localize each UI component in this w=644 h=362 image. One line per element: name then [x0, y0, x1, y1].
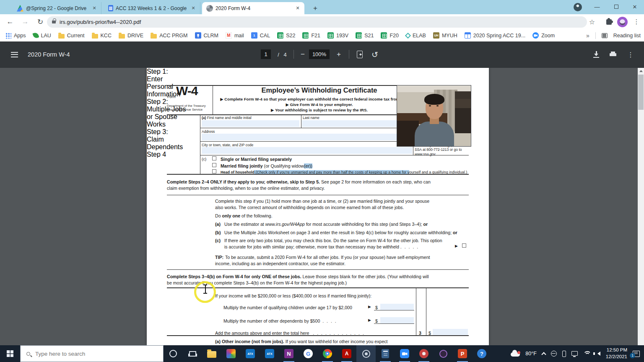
window-maximize-button[interactable]	[607, 0, 626, 13]
print-button[interactable]	[607, 49, 619, 60]
display-icon[interactable]	[571, 351, 578, 356]
bookmark-f21[interactable]: F21	[302, 32, 320, 39]
taskbar-app-file-explorer[interactable]	[202, 345, 221, 362]
bookmarks-overflow-button[interactable]: »	[586, 32, 589, 39]
taskbar-app-powerpoint[interactable]: P	[453, 345, 472, 362]
classroom-icon	[195, 32, 201, 39]
first-name-field[interactable]	[202, 120, 299, 127]
last-name-field[interactable]	[302, 120, 412, 127]
taskbar-app-capture-app[interactable]	[221, 345, 241, 362]
download-icon	[593, 51, 599, 58]
pdf-more-button[interactable]: ⋮	[625, 49, 636, 60]
taskbar-app-atx-1[interactable]: ATX	[241, 345, 260, 362]
window-close-button[interactable]: ✕	[626, 0, 644, 13]
back-button[interactable]: ←	[4, 16, 16, 28]
bookmark-acc-prgm[interactable]: ACC PRGM	[151, 33, 187, 39]
bookmark-myuh[interactable]: UHMYUH	[433, 32, 457, 39]
your-phone-icon[interactable]	[562, 351, 566, 357]
checkbox-married-jointly[interactable]	[212, 163, 216, 167]
taskbar-app-calculator[interactable]	[376, 345, 395, 362]
pdf-menu-button[interactable]	[8, 49, 20, 60]
bookmark-star-button[interactable]: ☆	[586, 16, 598, 28]
bookmark-193v[interactable]: 193V	[327, 32, 348, 39]
bookmark-lau[interactable]: LAU	[33, 33, 51, 39]
tab-title: ACC 132 Weeks 1 & 2 - Google D	[116, 5, 187, 11]
taskbar-app-acrobat[interactable]: A	[337, 345, 356, 362]
zoom-in-button[interactable]: +	[333, 49, 345, 60]
bookmark-elab[interactable]: ELAB	[406, 33, 426, 39]
checkbox-head-household[interactable]	[212, 169, 216, 173]
qualifying-children-amount-field[interactable]	[380, 304, 414, 310]
taskbar-search[interactable]	[20, 345, 164, 362]
taskbar-app-recorder-red[interactable]	[414, 345, 434, 362]
action-center-icon[interactable]: 1	[633, 351, 640, 357]
scrollbar-thumb[interactable]	[638, 75, 644, 110]
bookmark-s22[interactable]: S22	[277, 32, 295, 39]
bookmark-s21[interactable]: S21	[356, 32, 374, 39]
step2a-text: Use the estimator at www.irs.gov/W4App f…	[224, 222, 428, 227]
window-minimize-button[interactable]: —	[588, 0, 606, 13]
bookmark-2020-spring-acc-19-[interactable]: 2020 Spring ACC 19...	[465, 32, 525, 39]
checkbox-single[interactable]	[212, 156, 216, 160]
taskbar-app-cortana[interactable]	[164, 345, 183, 362]
new-tab-button[interactable]: +	[310, 3, 320, 13]
rotate-button[interactable]: ↺	[369, 49, 381, 60]
tip-tag: TIP:	[215, 255, 223, 260]
reload-button[interactable]: ↻	[34, 16, 46, 28]
bookmark-clrm[interactable]: CLRM	[195, 32, 218, 39]
checkbox-two-jobs[interactable]	[462, 243, 466, 248]
pinned-extension-icon[interactable]	[574, 3, 582, 11]
bookmark-mail[interactable]: Mmail	[226, 32, 244, 39]
other-dependents-amount-field[interactable]	[380, 317, 414, 323]
clock[interactable]: 12:50 PM12/2/2021	[606, 347, 627, 360]
reading-list-button[interactable]: Reading list	[613, 33, 641, 39]
bookmark-kcc[interactable]: KCC	[92, 33, 112, 39]
network-globe-icon[interactable]	[551, 351, 557, 357]
bookmark-zoom[interactable]: Zoom	[532, 32, 555, 39]
tab-form-w4-active[interactable]: 2020 Form W-4 ✕	[202, 2, 304, 14]
bookmark-apps[interactable]: Apps	[5, 32, 26, 39]
start-button[interactable]	[0, 345, 20, 362]
volume-icon[interactable]	[595, 352, 600, 356]
address-bar[interactable]: irs.gov/pub/irs-prior/fw4--2020.pdf	[47, 16, 587, 28]
taskbar-app-help[interactable]: ?	[472, 345, 491, 362]
form-number: W-4	[176, 84, 197, 98]
rule	[426, 287, 426, 335]
bookmark-f20[interactable]: F20	[381, 32, 399, 39]
city-field[interactable]	[202, 147, 412, 154]
taskbar-app-app-purple-ring[interactable]	[434, 345, 453, 362]
zoom-out-button[interactable]: −	[297, 49, 309, 60]
bookmark-cal[interactable]: 1CAL	[251, 32, 270, 39]
tab-close-icon[interactable]: ✕	[91, 5, 98, 12]
hidden-icons-chevron[interactable]	[541, 352, 546, 357]
download-button[interactable]	[590, 49, 602, 60]
temperature[interactable]: 80°F	[525, 351, 537, 357]
taskbar-app-chrome-profile[interactable]	[318, 345, 337, 362]
taskbar-app-onenote[interactable]: N	[279, 345, 299, 362]
tab-close-icon[interactable]: ✕	[190, 5, 197, 12]
bookmark-current[interactable]: Current	[58, 33, 85, 39]
tab-google-drive[interactable]: @Spring 22 - Google Drive ✕	[13, 2, 101, 14]
scrollbar[interactable]	[638, 68, 644, 345]
bookmark-drive[interactable]: DRIVE	[119, 33, 143, 39]
address-field[interactable]	[202, 134, 412, 140]
taskbar-app-zoom-app[interactable]	[395, 345, 414, 362]
tab-close-icon[interactable]: ✕	[294, 5, 301, 12]
weather-cloud-icon[interactable]	[511, 352, 520, 357]
profile-avatar[interactable]	[616, 16, 628, 28]
fit-page-button[interactable]	[354, 49, 366, 60]
taskbar-app-google-chrome[interactable]: G	[299, 345, 318, 362]
wifi-icon[interactable]	[583, 351, 590, 356]
colorful-icon	[226, 349, 236, 358]
search-input[interactable]	[34, 350, 143, 357]
extensions-puzzle-button[interactable]	[603, 16, 615, 28]
browser-menu-button[interactable]: ⋮	[631, 16, 642, 28]
taskbar-app-screen-recorder[interactable]	[356, 345, 376, 362]
tab-google-docs[interactable]: ACC 132 Weeks 1 & 2 - Google D ✕	[103, 2, 200, 14]
forward-button[interactable]: →	[19, 16, 31, 28]
step3-total-field[interactable]	[433, 329, 468, 336]
taskbar-app-task-view[interactable]	[183, 345, 202, 362]
taskbar-app-atx-2[interactable]: ATX	[260, 345, 279, 362]
scrollbar-up-arrow[interactable]	[638, 68, 644, 74]
page-number-input[interactable]: 1	[261, 49, 271, 59]
